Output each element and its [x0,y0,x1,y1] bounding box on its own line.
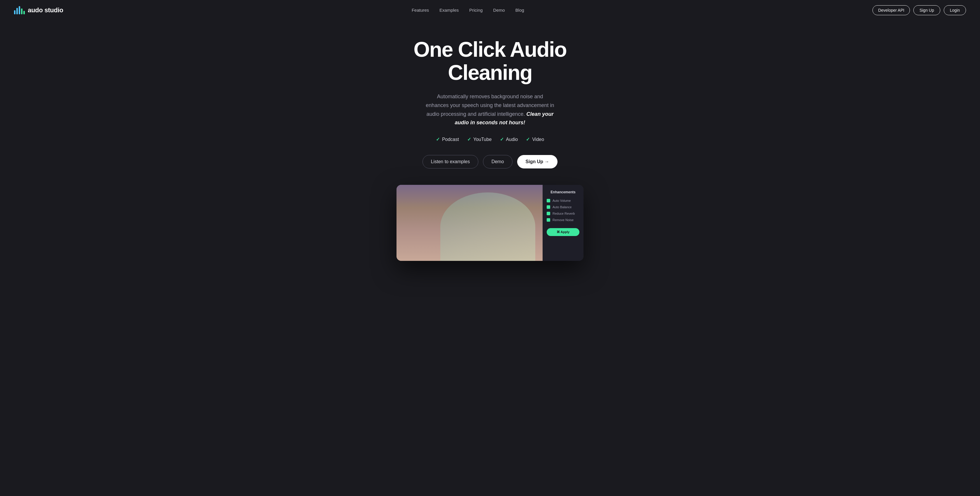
hero-buttons: Listen to examples Demo Sign Up → [423,155,558,169]
nav-examples[interactable]: Examples [439,8,459,13]
panel-item-remove-noise: Remove Noise [547,218,579,222]
hero-section: One Click Audio Cleaning Automatically r… [0,0,980,278]
navigation: audo studio Features Examples Pricing De… [0,0,980,21]
tag-podcast: ✓ Podcast [436,137,459,142]
person-image [396,185,542,261]
checkbox-auto-volume[interactable] [547,199,550,203]
label-auto-balance: Auto Balance [552,205,571,209]
check-icon-video: ✓ [526,137,530,142]
logo-text: audo studio [28,6,63,14]
nav-demo[interactable]: Demo [493,8,505,13]
tag-video: ✓ Video [526,137,544,142]
check-icon-youtube: ✓ [467,137,471,142]
logo-icon [14,6,25,14]
login-button[interactable]: Login [944,5,966,15]
hero-title: One Click Audio Cleaning [376,38,604,84]
check-icon-audio: ✓ [500,137,504,142]
logo-bar-4 [21,8,22,14]
nav-actions: Developer API Sign Up Login [872,5,966,15]
product-mockup: Enhancements Auto Volume Auto Balance Re… [396,185,584,261]
logo-bar-3 [19,6,20,14]
signup-nav-button[interactable]: Sign Up [913,5,940,15]
apply-button[interactable]: ⌘ Apply [547,228,579,236]
check-icon-podcast: ✓ [436,137,440,142]
tag-video-label: Video [532,137,544,142]
panel-item-reduce-reverb: Reduce Reverb [547,212,579,215]
checkbox-reduce-reverb[interactable] [547,212,550,215]
checkbox-remove-noise[interactable] [547,218,550,222]
panel-title: Enhancements [547,190,579,194]
signup-hero-button[interactable]: Sign Up → [517,155,558,169]
panel-item-auto-volume: Auto Volume [547,199,579,203]
label-reduce-reverb: Reduce Reverb [552,212,575,215]
feature-tags: ✓ Podcast ✓ YouTube ✓ Audio ✓ Video [436,137,544,142]
nav-blog[interactable]: Blog [515,8,524,13]
panel-item-auto-balance: Auto Balance [547,205,579,209]
logo-bar-2 [16,8,18,14]
tag-youtube-label: YouTube [473,137,492,142]
tag-audio-label: Audio [506,137,518,142]
mockup-video-area [396,185,542,261]
logo-bar-1 [14,10,16,14]
tag-podcast-label: Podcast [442,137,459,142]
tag-audio: ✓ Audio [500,137,518,142]
enhancements-panel: Enhancements Auto Volume Auto Balance Re… [542,185,584,261]
hero-subtitle: Automatically removes background noise a… [426,93,554,127]
label-auto-volume: Auto Volume [552,199,571,203]
tag-youtube: ✓ YouTube [467,137,492,142]
checkbox-auto-balance[interactable] [547,205,550,209]
nav-links: Features Examples Pricing Demo Blog [412,8,524,13]
developer-api-button[interactable]: Developer API [872,5,910,15]
listen-examples-button[interactable]: Listen to examples [423,155,478,169]
nav-pricing[interactable]: Pricing [469,8,483,13]
logo-link[interactable]: audo studio [14,6,63,14]
mockup-window: Enhancements Auto Volume Auto Balance Re… [396,185,584,261]
demo-button[interactable]: Demo [483,155,512,169]
logo-bar-5 [23,11,25,14]
label-remove-noise: Remove Noise [552,218,574,222]
nav-features[interactable]: Features [412,8,429,13]
